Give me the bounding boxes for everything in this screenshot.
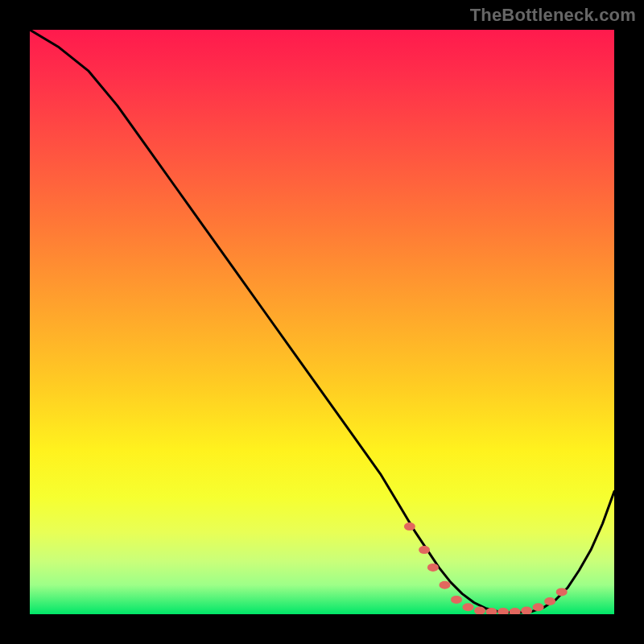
curve-marker — [556, 588, 568, 596]
curve-marker — [451, 596, 462, 604]
curve-markers — [404, 522, 568, 614]
curve-svg — [30, 30, 614, 614]
curve-marker — [521, 607, 532, 614]
curve-marker — [440, 581, 451, 589]
watermark-text: TheBottleneck.com — [470, 5, 636, 26]
plot-area — [30, 30, 614, 614]
curve-marker — [427, 564, 439, 572]
curve-marker — [419, 546, 430, 554]
curve-marker — [510, 608, 521, 614]
curve-marker — [544, 597, 555, 605]
curve-marker — [533, 603, 544, 611]
chart-frame: TheBottleneck.com — [0, 0, 644, 644]
curve-marker — [463, 603, 474, 611]
bottleneck-curve — [30, 30, 614, 613]
curve-marker — [497, 608, 509, 614]
curve-marker — [404, 522, 415, 530]
